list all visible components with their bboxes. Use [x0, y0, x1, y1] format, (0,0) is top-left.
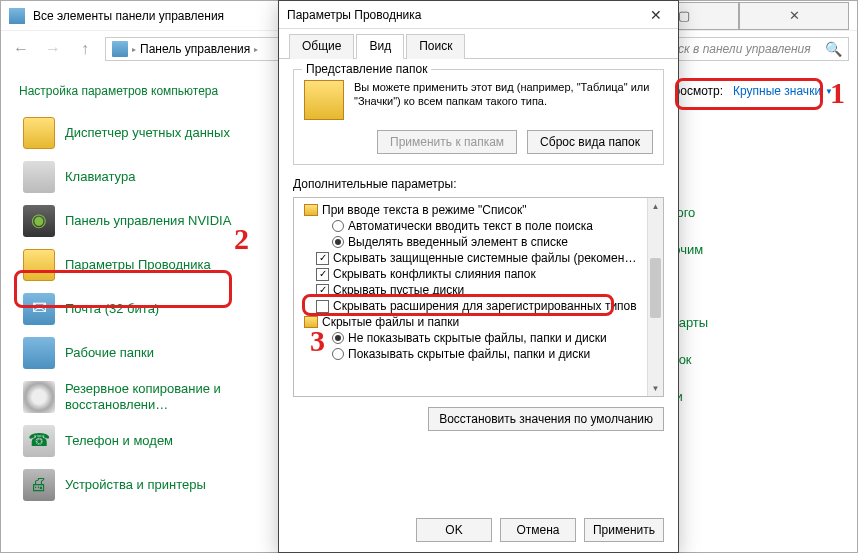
breadcrumb-icon — [112, 41, 128, 57]
ok-button[interactable]: OK — [416, 518, 492, 542]
backup-icon — [23, 381, 55, 413]
apply-to-folders-button: Применить к папкам — [377, 130, 517, 154]
tab-search[interactable]: Поиск — [406, 34, 465, 59]
radio-show-hidden[interactable] — [332, 348, 344, 360]
folder-options-dialog: Параметры Проводника ✕ Общие Вид Поиск П… — [278, 0, 679, 553]
cancel-button[interactable]: Отмена — [500, 518, 576, 542]
back-button[interactable]: ← — [9, 37, 33, 61]
chevron-down-icon: ▼ — [825, 87, 833, 96]
cp-item-keyboard[interactable]: Клавиатура — [19, 155, 259, 199]
group-title: Представление папок — [302, 62, 431, 76]
search-icon: 🔍 — [825, 41, 842, 57]
close-icon[interactable]: ✕ — [642, 7, 670, 23]
cp-item-backup[interactable]: Резервное копирование и восстановлени… — [19, 375, 259, 419]
folder-icon — [304, 80, 344, 120]
radio-auto-search[interactable] — [332, 220, 344, 232]
search-input[interactable]: Поиск в панели управления 🔍 — [649, 37, 849, 61]
devices-icon: 🖨 — [23, 469, 55, 501]
cp-item-credential-manager[interactable]: Диспетчер учетных данных — [19, 111, 259, 155]
up-button[interactable]: ↑ — [73, 37, 97, 61]
restore-defaults-button[interactable]: Восстановить значения по умолчанию — [428, 407, 664, 431]
advanced-label: Дополнительные параметры: — [293, 177, 664, 191]
folder-options-icon — [23, 249, 55, 281]
scrollbar[interactable]: ▲ ▼ — [647, 198, 663, 396]
check-hide-empty-drives[interactable] — [316, 284, 329, 297]
cp-item-mail[interactable]: ✉Почта (32 бита) — [19, 287, 259, 331]
cp-item-devices-printers[interactable]: 🖨Устройства и принтеры — [19, 463, 259, 507]
folder-icon — [304, 204, 318, 216]
check-hide-extensions[interactable] — [316, 300, 329, 313]
close-button[interactable]: ✕ — [739, 2, 849, 30]
tab-view[interactable]: Вид — [356, 34, 404, 59]
keyboard-icon — [23, 161, 55, 193]
forward-button[interactable]: → — [41, 37, 65, 61]
folder-icon — [304, 316, 318, 328]
scroll-up-icon[interactable]: ▲ — [648, 198, 663, 214]
view-mode-combo[interactable]: Крупные значки ▼ — [727, 81, 839, 101]
breadcrumb-text: Панель управления — [140, 42, 250, 56]
tab-general[interactable]: Общие — [289, 34, 354, 59]
scroll-down-icon[interactable]: ▼ — [648, 380, 663, 396]
advanced-settings-tree[interactable]: При вводе текста в режиме "Список" Автом… — [293, 197, 664, 397]
scroll-thumb[interactable] — [650, 258, 661, 318]
check-hide-protected[interactable] — [316, 252, 329, 265]
cp-item-phone-modem[interactable]: ☎Телефон и модем — [19, 419, 259, 463]
phone-icon: ☎ — [23, 425, 55, 457]
page-title: Настройка параметров компьютера — [19, 84, 218, 98]
cp-item-work-folders[interactable]: Рабочие папки — [19, 331, 259, 375]
work-folders-icon — [23, 337, 55, 369]
nvidia-icon: ◉ — [23, 205, 55, 237]
cp-item-explorer-options[interactable]: Параметры Проводника — [19, 243, 259, 287]
apply-button[interactable]: Применить — [584, 518, 664, 542]
radio-select-typed[interactable] — [332, 236, 344, 248]
folder-description: Вы можете применить этот вид (например, … — [354, 80, 653, 120]
control-panel-icon — [9, 8, 25, 24]
dialog-title: Параметры Проводника — [287, 8, 642, 22]
reset-folders-button[interactable]: Сброс вида папок — [527, 130, 653, 154]
cp-item-nvidia[interactable]: ◉Панель управления NVIDIA — [19, 199, 259, 243]
vault-icon — [23, 117, 55, 149]
check-hide-merge[interactable] — [316, 268, 329, 281]
mail-icon: ✉ — [23, 293, 55, 325]
radio-dont-show-hidden[interactable] — [332, 332, 344, 344]
